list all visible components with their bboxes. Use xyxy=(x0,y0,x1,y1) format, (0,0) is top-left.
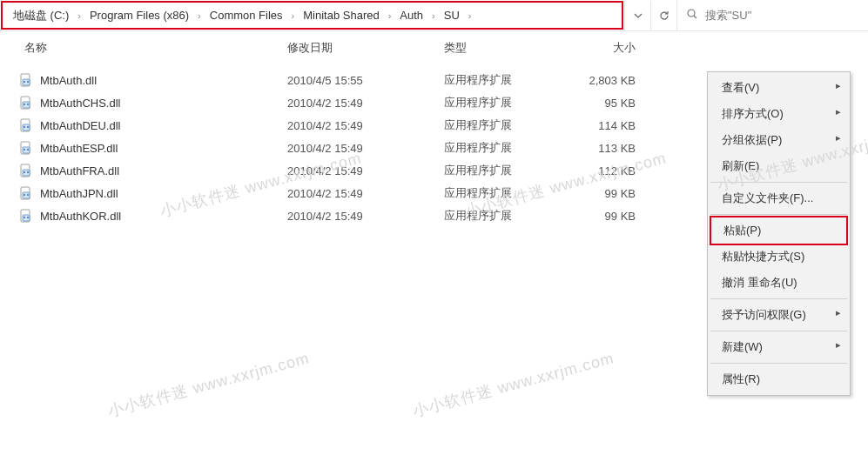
dll-file-icon xyxy=(17,184,35,202)
column-size-header[interactable]: 大小 xyxy=(566,40,653,56)
menu-separator xyxy=(710,298,847,299)
svg-point-21 xyxy=(27,171,29,173)
breadcrumb-item[interactable]: SU xyxy=(441,7,463,23)
file-date: 2010/4/2 15:49 xyxy=(287,187,444,200)
file-date: 2010/4/5 15:55 xyxy=(287,74,444,87)
breadcrumb: 地磁盘 (C:)›Program Files (x86)›Common File… xyxy=(10,6,474,25)
svg-point-20 xyxy=(24,171,25,173)
file-type: 应用程序扩展 xyxy=(444,208,566,224)
file-size: 99 KB xyxy=(566,210,653,223)
file-size: 113 KB xyxy=(566,142,653,155)
dll-file-icon xyxy=(17,162,35,179)
svg-point-13 xyxy=(27,126,29,128)
file-type: 应用程序扩展 xyxy=(444,117,566,133)
file-date: 2010/4/2 15:49 xyxy=(287,164,444,177)
file-size: 114 KB xyxy=(566,119,653,132)
refresh-button[interactable] xyxy=(650,1,676,30)
file-name: MtbAuthCHS.dll xyxy=(40,97,287,110)
dll-file-icon xyxy=(17,94,35,111)
file-type: 应用程序扩展 xyxy=(444,72,566,88)
menu-view[interactable]: 查看(V) xyxy=(710,75,848,101)
chevron-right-icon: › xyxy=(196,10,203,21)
menu-paste[interactable]: 粘贴(P) xyxy=(711,217,846,244)
file-size: 112 KB xyxy=(566,164,653,177)
file-date: 2010/4/2 15:49 xyxy=(287,97,444,110)
breadcrumb-item[interactable]: Program Files (x86) xyxy=(86,7,192,23)
menu-separator xyxy=(710,331,847,331)
menu-undo-rename[interactable]: 撤消 重命名(U) xyxy=(710,270,848,296)
dll-file-icon xyxy=(17,117,35,134)
breadcrumb-item[interactable]: Common Files xyxy=(206,7,286,23)
dll-file-icon xyxy=(17,139,35,157)
search-icon xyxy=(686,8,698,23)
chevron-right-icon: › xyxy=(467,10,474,21)
chevron-right-icon: › xyxy=(76,10,83,21)
svg-point-16 xyxy=(24,149,25,151)
dll-file-icon xyxy=(17,207,35,224)
search-box[interactable]: 搜索"SU" xyxy=(676,0,868,30)
chevron-right-icon: › xyxy=(430,10,437,21)
column-headers: 名称 修改日期 类型 大小 xyxy=(0,31,868,65)
dll-file-icon xyxy=(17,71,35,89)
svg-point-4 xyxy=(24,81,25,83)
file-size: 95 KB xyxy=(566,97,653,110)
file-type: 应用程序扩展 xyxy=(444,95,566,110)
context-menu: 查看(V) 排序方式(O) 分组依据(P) 刷新(E) 自定义文件夹(F)...… xyxy=(707,71,851,396)
address-bar: 地磁盘 (C:)›Program Files (x86)›Common File… xyxy=(0,0,868,31)
toolbar-icons xyxy=(624,0,676,30)
watermark: 小小软件迷 www.xxrjm.com xyxy=(410,347,616,421)
file-name: MtbAuthESP.dll xyxy=(40,142,287,155)
breadcrumb-container[interactable]: 地磁盘 (C:)›Program Files (x86)›Common File… xyxy=(1,1,623,30)
menu-grant-access[interactable]: 授予访问权限(G) xyxy=(710,302,848,328)
column-name-header[interactable]: 名称 xyxy=(17,40,287,56)
file-name: MtbAuthJPN.dll xyxy=(40,187,287,200)
menu-separator xyxy=(710,214,847,215)
file-date: 2010/4/2 15:49 xyxy=(287,119,444,132)
svg-point-25 xyxy=(27,194,29,196)
breadcrumb-item[interactable]: Auth xyxy=(396,7,427,23)
search-placeholder: 搜索"SU" xyxy=(705,8,751,23)
menu-sort[interactable]: 排序方式(O) xyxy=(710,101,848,127)
svg-point-5 xyxy=(27,81,29,83)
chevron-right-icon: › xyxy=(387,10,394,21)
svg-point-8 xyxy=(24,104,25,105)
svg-point-29 xyxy=(27,217,29,218)
file-type: 应用程序扩展 xyxy=(444,140,566,156)
menu-properties[interactable]: 属性(R) xyxy=(710,366,848,392)
breadcrumb-item[interactable]: Minitab Shared xyxy=(299,7,382,23)
menu-new[interactable]: 新建(W) xyxy=(710,334,848,360)
svg-point-0 xyxy=(688,10,695,17)
chevron-right-icon: › xyxy=(290,10,297,21)
svg-point-9 xyxy=(27,104,29,105)
svg-point-28 xyxy=(24,217,25,218)
menu-separator xyxy=(710,182,847,183)
file-name: MtbAuth.dll xyxy=(40,74,287,87)
menu-group[interactable]: 分组依据(P) xyxy=(710,127,848,153)
file-date: 2010/4/2 15:49 xyxy=(287,142,444,155)
menu-refresh[interactable]: 刷新(E) xyxy=(710,153,848,179)
svg-point-24 xyxy=(24,194,25,196)
menu-paste-shortcut[interactable]: 粘贴快捷方式(S) xyxy=(710,244,848,270)
svg-point-12 xyxy=(24,126,25,128)
menu-separator xyxy=(710,363,847,364)
menu-customize-folder[interactable]: 自定义文件夹(F)... xyxy=(710,185,848,211)
svg-point-17 xyxy=(27,149,29,151)
column-type-header[interactable]: 类型 xyxy=(444,40,566,56)
watermark: 小小软件迷 www.xxrjm.com xyxy=(105,347,312,421)
file-size: 99 KB xyxy=(566,187,653,200)
file-type: 应用程序扩展 xyxy=(444,163,566,178)
breadcrumb-item[interactable]: 地磁盘 (C:) xyxy=(10,6,72,25)
svg-line-1 xyxy=(694,16,696,18)
column-date-header[interactable]: 修改日期 xyxy=(287,40,444,56)
file-date: 2010/4/2 15:49 xyxy=(287,210,444,223)
file-type: 应用程序扩展 xyxy=(444,185,566,201)
history-dropdown[interactable] xyxy=(624,1,650,30)
file-name: MtbAuthFRA.dll xyxy=(40,164,287,177)
file-size: 2,803 KB xyxy=(566,74,653,87)
file-name: MtbAuthKOR.dll xyxy=(40,210,287,223)
file-name: MtbAuthDEU.dll xyxy=(40,119,287,132)
